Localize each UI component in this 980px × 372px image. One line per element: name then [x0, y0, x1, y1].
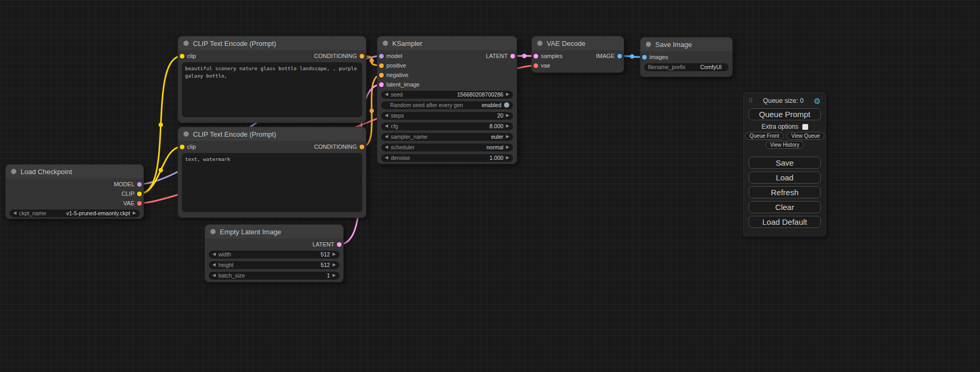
input-port-vae[interactable]: vae — [532, 62, 550, 69]
view-history-button[interactable]: View History — [765, 141, 804, 149]
cfg-widget[interactable]: ◀ cfg 8.000 ▶ — [381, 122, 513, 130]
increment-arrow-icon[interactable]: ▶ — [506, 156, 509, 160]
model-port-dot-icon[interactable] — [137, 182, 142, 187]
input-port-model[interactable]: model — [377, 53, 402, 59]
latent-port-dot-icon[interactable] — [379, 82, 384, 87]
collapse-toggle-icon[interactable] — [183, 131, 189, 137]
decrement-arrow-icon[interactable]: ◀ — [385, 124, 388, 128]
input-port-latent-image[interactable]: latent_image — [377, 81, 420, 88]
input-port-clip[interactable]: clip — [178, 53, 196, 59]
extra-options-checkbox[interactable] — [802, 124, 808, 130]
node-save-image[interactable]: Save Image images filename_prefix ComfyU… — [640, 37, 733, 77]
vae-port-dot-icon[interactable] — [137, 201, 142, 206]
output-port-image[interactable]: IMAGE — [596, 53, 624, 59]
increment-arrow-icon[interactable]: ▶ — [506, 124, 509, 128]
clip-port-dot-icon[interactable] — [180, 145, 185, 149]
node-vae-decode[interactable]: VAE Decode samples IMAGE vae — [531, 36, 624, 73]
increment-arrow-icon[interactable]: ▶ — [506, 92, 509, 97]
increment-arrow-icon[interactable]: ▶ — [333, 263, 336, 267]
increment-arrow-icon[interactable]: ▶ — [333, 252, 336, 256]
denoise-widget[interactable]: ◀ denoise 1.000 ▶ — [381, 154, 513, 162]
output-port-vae[interactable]: VAE — [123, 200, 143, 206]
vae-port-dot-icon[interactable] — [533, 63, 538, 68]
clear-button[interactable]: Clear — [749, 201, 821, 213]
model-port-dot-icon[interactable] — [379, 54, 384, 59]
image-port-dot-icon[interactable] — [617, 54, 622, 59]
save-button[interactable]: Save — [749, 157, 821, 169]
refresh-button[interactable]: Refresh — [749, 186, 821, 198]
queue-prompt-button[interactable]: Queue Prompt — [749, 108, 821, 120]
decrement-arrow-icon[interactable]: ◀ — [385, 156, 388, 160]
conditioning-port-dot-icon[interactable] — [379, 63, 384, 68]
node-title-bar[interactable]: CLIP Text Encode (Prompt) — [178, 127, 366, 141]
output-port-latent[interactable]: LATENT — [313, 241, 343, 247]
decrement-arrow-icon[interactable]: ◀ — [385, 145, 388, 149]
node-empty-latent-image[interactable]: Empty Latent Image LATENT ◀ width 512 ▶ … — [205, 224, 344, 282]
node-graph-canvas[interactable]: Load Checkpoint MODEL CLIP VAE — [0, 0, 980, 372]
collapse-toggle-icon[interactable] — [183, 41, 189, 46]
queue-front-button[interactable]: Queue Front — [745, 132, 784, 140]
width-widget[interactable]: ◀ width 512 ▶ — [209, 251, 339, 259]
input-port-negative[interactable]: negative — [377, 72, 409, 78]
drag-handle-icon[interactable]: ⠿ — [749, 98, 753, 104]
conditioning-port-dot-icon[interactable] — [360, 145, 364, 149]
image-port-dot-icon[interactable] — [642, 55, 647, 60]
queue-menu-panel[interactable]: ⠿ Queue size: 0 ⚙ Queue Prompt Extra opt… — [743, 92, 826, 236]
node-title-bar[interactable]: VAE Decode — [532, 36, 624, 50]
latent-port-dot-icon[interactable] — [533, 54, 538, 59]
input-port-samples[interactable]: samples — [532, 53, 562, 59]
node-load-checkpoint[interactable]: Load Checkpoint MODEL CLIP VAE — [5, 164, 144, 219]
decrement-arrow-icon[interactable]: ◀ — [385, 135, 388, 139]
node-title-bar[interactable]: CLIP Text Encode (Prompt) — [178, 36, 366, 50]
view-queue-button[interactable]: View Queue — [787, 132, 824, 140]
output-port-clip[interactable]: CLIP — [122, 190, 143, 197]
increment-arrow-icon[interactable]: ▶ — [506, 113, 509, 118]
steps-widget[interactable]: ◀ steps 20 ▶ — [381, 112, 513, 120]
input-port-clip[interactable]: clip — [178, 144, 196, 150]
batch-size-widget[interactable]: ◀ batch_size 1 ▶ — [209, 272, 339, 280]
clip-port-dot-icon[interactable] — [180, 54, 185, 59]
node-clip-text-encode-positive[interactable]: CLIP Text Encode (Prompt) clip CONDITION… — [178, 36, 366, 123]
collapse-toggle-icon[interactable] — [210, 229, 216, 234]
settings-gear-icon[interactable]: ⚙ — [814, 97, 821, 105]
decrement-arrow-icon[interactable]: ◀ — [385, 113, 388, 118]
seed-widget[interactable]: ◀ seed 156680208700286 ▶ — [381, 91, 513, 99]
conditioning-port-dot-icon[interactable] — [379, 73, 384, 78]
decrement-arrow-icon[interactable]: ◀ — [385, 92, 388, 97]
collapse-toggle-icon[interactable] — [383, 41, 388, 46]
decrement-arrow-icon[interactable]: ◀ — [212, 273, 216, 278]
ckpt-name-widget[interactable]: ◀ ckpt_name v1-5-pruned-emaonly.ckpt ▶ — [9, 209, 140, 217]
filename-prefix-widget[interactable]: filename_prefix ComfyUI — [644, 63, 729, 71]
collapse-toggle-icon[interactable] — [537, 41, 542, 46]
latent-port-dot-icon[interactable] — [337, 242, 342, 247]
increment-arrow-icon[interactable]: ▶ — [333, 273, 336, 278]
input-port-positive[interactable]: positive — [377, 62, 406, 69]
prompt-textarea[interactable]: text, watermark — [182, 153, 362, 212]
output-port-conditioning[interactable]: CONDITIONING — [314, 144, 366, 150]
output-port-model[interactable]: MODEL — [114, 181, 143, 187]
output-port-conditioning[interactable]: CONDITIONING — [314, 53, 366, 59]
height-widget[interactable]: ◀ height 512 ▶ — [209, 261, 339, 269]
node-title-bar[interactable]: Save Image — [641, 37, 732, 51]
latent-port-dot-icon[interactable] — [510, 54, 515, 59]
conditioning-port-dot-icon[interactable] — [360, 54, 364, 59]
scheduler-widget[interactable]: ◀ scheduler normal ▶ — [381, 144, 513, 151]
load-default-button[interactable]: Load Default — [749, 216, 821, 228]
collapse-toggle-icon[interactable] — [11, 169, 16, 174]
node-title-bar[interactable]: Load Checkpoint — [6, 165, 143, 178]
node-clip-text-encode-negative[interactable]: CLIP Text Encode (Prompt) clip CONDITION… — [178, 127, 366, 218]
sampler-name-widget[interactable]: ◀ sampler_name euler ▶ — [381, 133, 513, 141]
random-seed-control-widget[interactable]: Random seed after every gen enabled — [381, 101, 513, 109]
node-title-bar[interactable]: KSampler — [377, 36, 517, 50]
decrement-arrow-icon[interactable]: ◀ — [212, 252, 216, 256]
load-button[interactable]: Load — [749, 171, 821, 184]
node-ksampler[interactable]: KSampler model LATENT positive — [377, 36, 517, 164]
output-port-latent[interactable]: LATENT — [486, 53, 517, 59]
node-title-bar[interactable]: Empty Latent Image — [205, 225, 343, 239]
clip-port-dot-icon[interactable] — [137, 192, 142, 196]
decrement-arrow-icon[interactable]: ◀ — [212, 263, 216, 267]
increment-arrow-icon[interactable]: ▶ — [506, 135, 509, 139]
increment-arrow-icon[interactable]: ▶ — [133, 211, 136, 215]
increment-arrow-icon[interactable]: ▶ — [506, 145, 509, 149]
input-port-images[interactable]: images — [641, 54, 668, 60]
